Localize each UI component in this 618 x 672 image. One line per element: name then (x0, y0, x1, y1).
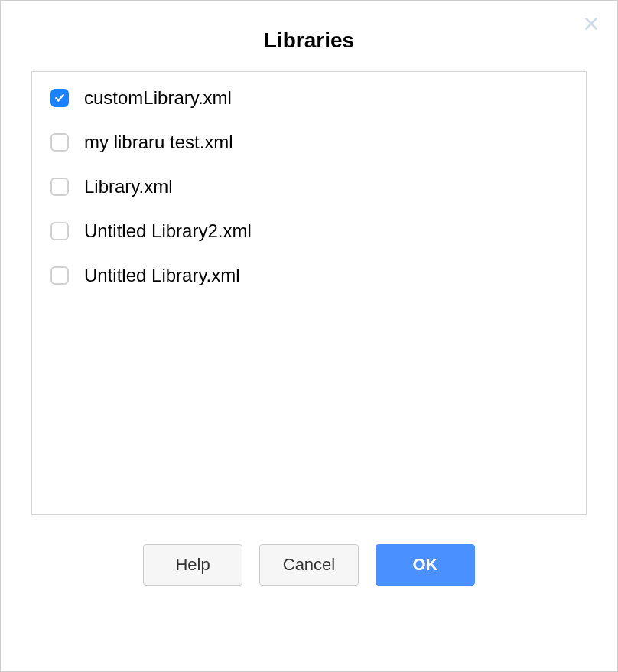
close-icon[interactable] (581, 13, 602, 34)
list-item-label: Untitled Library.xml (84, 265, 240, 286)
library-list: customLibrary.xml my libraru test.xml Li… (31, 71, 587, 515)
checkbox[interactable] (50, 89, 69, 107)
list-item-label: Library.xml (84, 176, 173, 197)
checkbox[interactable] (50, 266, 69, 285)
ok-button[interactable]: OK (376, 544, 475, 586)
checkbox[interactable] (50, 178, 69, 196)
list-item: Untitled Library2.xml (50, 220, 568, 242)
list-item: customLibrary.xml (50, 87, 568, 109)
list-item: Untitled Library.xml (50, 265, 568, 286)
checkbox[interactable] (50, 133, 69, 152)
help-button[interactable]: Help (143, 544, 242, 586)
libraries-dialog: Libraries customLibrary.xml my libraru t… (0, 0, 618, 672)
list-item-label: Untitled Library2.xml (84, 220, 252, 242)
cancel-button[interactable]: Cancel (259, 544, 359, 586)
list-item-label: customLibrary.xml (84, 87, 232, 109)
list-item-label: my libraru test.xml (84, 132, 233, 153)
dialog-buttons: Help Cancel OK (1, 544, 617, 586)
list-item: Library.xml (50, 176, 568, 197)
dialog-title: Libraries (1, 28, 617, 53)
list-item: my libraru test.xml (50, 132, 568, 153)
checkbox[interactable] (50, 222, 69, 240)
